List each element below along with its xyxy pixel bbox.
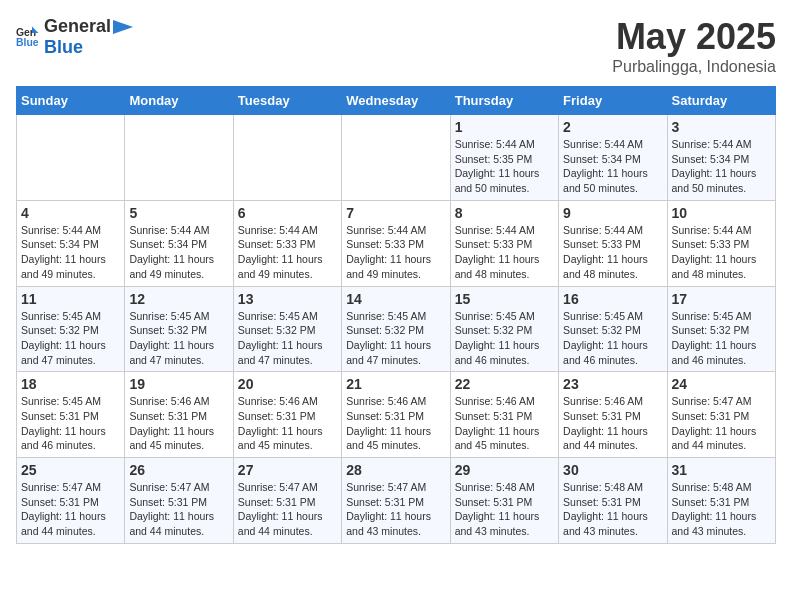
calendar-day-cell: 15Sunrise: 5:45 AM Sunset: 5:32 PM Dayli… (450, 286, 558, 372)
calendar-day-cell (233, 115, 341, 201)
day-info: Sunrise: 5:44 AM Sunset: 5:34 PM Dayligh… (563, 137, 662, 196)
calendar-day-cell (125, 115, 233, 201)
calendar-day-cell (17, 115, 125, 201)
day-number: 5 (129, 205, 228, 221)
day-number: 29 (455, 462, 554, 478)
day-number: 13 (238, 291, 337, 307)
day-info: Sunrise: 5:44 AM Sunset: 5:34 PM Dayligh… (672, 137, 771, 196)
calendar-day-cell: 27Sunrise: 5:47 AM Sunset: 5:31 PM Dayli… (233, 458, 341, 544)
weekday-header-cell: Tuesday (233, 87, 341, 115)
day-info: Sunrise: 5:45 AM Sunset: 5:32 PM Dayligh… (563, 309, 662, 368)
weekday-header-row: SundayMondayTuesdayWednesdayThursdayFrid… (17, 87, 776, 115)
day-number: 4 (21, 205, 120, 221)
day-info: Sunrise: 5:44 AM Sunset: 5:34 PM Dayligh… (129, 223, 228, 282)
calendar-day-cell: 2Sunrise: 5:44 AM Sunset: 5:34 PM Daylig… (559, 115, 667, 201)
calendar-day-cell (342, 115, 450, 201)
day-number: 19 (129, 376, 228, 392)
day-number: 11 (21, 291, 120, 307)
calendar-day-cell: 26Sunrise: 5:47 AM Sunset: 5:31 PM Dayli… (125, 458, 233, 544)
logo: Gen Blue General Blue (16, 16, 133, 58)
calendar-day-cell: 16Sunrise: 5:45 AM Sunset: 5:32 PM Dayli… (559, 286, 667, 372)
day-number: 6 (238, 205, 337, 221)
weekday-header-cell: Monday (125, 87, 233, 115)
day-number: 10 (672, 205, 771, 221)
day-number: 3 (672, 119, 771, 135)
day-number: 18 (21, 376, 120, 392)
day-info: Sunrise: 5:46 AM Sunset: 5:31 PM Dayligh… (563, 394, 662, 453)
svg-marker-3 (113, 20, 133, 34)
day-info: Sunrise: 5:44 AM Sunset: 5:34 PM Dayligh… (21, 223, 120, 282)
weekday-header-cell: Sunday (17, 87, 125, 115)
title-area: May 2025 Purbalingga, Indonesia (612, 16, 776, 76)
day-number: 27 (238, 462, 337, 478)
day-number: 16 (563, 291, 662, 307)
calendar-week-row: 4Sunrise: 5:44 AM Sunset: 5:34 PM Daylig… (17, 200, 776, 286)
calendar-week-row: 18Sunrise: 5:45 AM Sunset: 5:31 PM Dayli… (17, 372, 776, 458)
day-info: Sunrise: 5:47 AM Sunset: 5:31 PM Dayligh… (346, 480, 445, 539)
day-number: 21 (346, 376, 445, 392)
day-info: Sunrise: 5:45 AM Sunset: 5:32 PM Dayligh… (238, 309, 337, 368)
calendar-day-cell: 25Sunrise: 5:47 AM Sunset: 5:31 PM Dayli… (17, 458, 125, 544)
calendar-day-cell: 14Sunrise: 5:45 AM Sunset: 5:32 PM Dayli… (342, 286, 450, 372)
day-info: Sunrise: 5:46 AM Sunset: 5:31 PM Dayligh… (455, 394, 554, 453)
calendar-week-row: 1Sunrise: 5:44 AM Sunset: 5:35 PM Daylig… (17, 115, 776, 201)
calendar-day-cell: 30Sunrise: 5:48 AM Sunset: 5:31 PM Dayli… (559, 458, 667, 544)
calendar-day-cell: 23Sunrise: 5:46 AM Sunset: 5:31 PM Dayli… (559, 372, 667, 458)
calendar-day-cell: 22Sunrise: 5:46 AM Sunset: 5:31 PM Dayli… (450, 372, 558, 458)
calendar-day-cell: 19Sunrise: 5:46 AM Sunset: 5:31 PM Dayli… (125, 372, 233, 458)
day-info: Sunrise: 5:44 AM Sunset: 5:33 PM Dayligh… (346, 223, 445, 282)
logo-icon: Gen Blue (16, 25, 40, 49)
day-info: Sunrise: 5:44 AM Sunset: 5:33 PM Dayligh… (672, 223, 771, 282)
day-number: 23 (563, 376, 662, 392)
logo-arrow-icon (113, 20, 133, 34)
day-number: 22 (455, 376, 554, 392)
calendar-day-cell: 7Sunrise: 5:44 AM Sunset: 5:33 PM Daylig… (342, 200, 450, 286)
calendar-day-cell: 11Sunrise: 5:45 AM Sunset: 5:32 PM Dayli… (17, 286, 125, 372)
day-number: 31 (672, 462, 771, 478)
day-number: 15 (455, 291, 554, 307)
day-number: 1 (455, 119, 554, 135)
calendar-day-cell: 28Sunrise: 5:47 AM Sunset: 5:31 PM Dayli… (342, 458, 450, 544)
day-info: Sunrise: 5:47 AM Sunset: 5:31 PM Dayligh… (672, 394, 771, 453)
day-info: Sunrise: 5:47 AM Sunset: 5:31 PM Dayligh… (129, 480, 228, 539)
logo-blue-text: Blue (44, 37, 83, 57)
day-number: 12 (129, 291, 228, 307)
svg-text:Blue: Blue (16, 37, 39, 48)
weekday-header-cell: Friday (559, 87, 667, 115)
day-info: Sunrise: 5:46 AM Sunset: 5:31 PM Dayligh… (346, 394, 445, 453)
day-number: 2 (563, 119, 662, 135)
location-title: Purbalingga, Indonesia (612, 58, 776, 76)
calendar-day-cell: 12Sunrise: 5:45 AM Sunset: 5:32 PM Dayli… (125, 286, 233, 372)
day-info: Sunrise: 5:47 AM Sunset: 5:31 PM Dayligh… (238, 480, 337, 539)
day-info: Sunrise: 5:44 AM Sunset: 5:33 PM Dayligh… (455, 223, 554, 282)
day-info: Sunrise: 5:48 AM Sunset: 5:31 PM Dayligh… (563, 480, 662, 539)
calendar-day-cell: 6Sunrise: 5:44 AM Sunset: 5:33 PM Daylig… (233, 200, 341, 286)
calendar-week-row: 25Sunrise: 5:47 AM Sunset: 5:31 PM Dayli… (17, 458, 776, 544)
day-number: 30 (563, 462, 662, 478)
month-title: May 2025 (612, 16, 776, 58)
day-number: 9 (563, 205, 662, 221)
calendar-table: SundayMondayTuesdayWednesdayThursdayFrid… (16, 86, 776, 544)
day-info: Sunrise: 5:45 AM Sunset: 5:32 PM Dayligh… (21, 309, 120, 368)
day-info: Sunrise: 5:47 AM Sunset: 5:31 PM Dayligh… (21, 480, 120, 539)
day-number: 14 (346, 291, 445, 307)
calendar-day-cell: 3Sunrise: 5:44 AM Sunset: 5:34 PM Daylig… (667, 115, 775, 201)
calendar-day-cell: 10Sunrise: 5:44 AM Sunset: 5:33 PM Dayli… (667, 200, 775, 286)
day-number: 8 (455, 205, 554, 221)
logo-general-text: General (44, 16, 111, 37)
day-info: Sunrise: 5:45 AM Sunset: 5:32 PM Dayligh… (672, 309, 771, 368)
day-info: Sunrise: 5:45 AM Sunset: 5:32 PM Dayligh… (129, 309, 228, 368)
day-number: 20 (238, 376, 337, 392)
calendar-day-cell: 1Sunrise: 5:44 AM Sunset: 5:35 PM Daylig… (450, 115, 558, 201)
calendar-day-cell: 5Sunrise: 5:44 AM Sunset: 5:34 PM Daylig… (125, 200, 233, 286)
calendar-body: 1Sunrise: 5:44 AM Sunset: 5:35 PM Daylig… (17, 115, 776, 544)
day-number: 17 (672, 291, 771, 307)
calendar-day-cell: 24Sunrise: 5:47 AM Sunset: 5:31 PM Dayli… (667, 372, 775, 458)
page-header: Gen Blue General Blue May 2025 Purbaling… (16, 16, 776, 76)
day-info: Sunrise: 5:45 AM Sunset: 5:32 PM Dayligh… (455, 309, 554, 368)
day-info: Sunrise: 5:46 AM Sunset: 5:31 PM Dayligh… (238, 394, 337, 453)
weekday-header-cell: Thursday (450, 87, 558, 115)
day-info: Sunrise: 5:48 AM Sunset: 5:31 PM Dayligh… (455, 480, 554, 539)
calendar-day-cell: 4Sunrise: 5:44 AM Sunset: 5:34 PM Daylig… (17, 200, 125, 286)
day-info: Sunrise: 5:44 AM Sunset: 5:33 PM Dayligh… (238, 223, 337, 282)
